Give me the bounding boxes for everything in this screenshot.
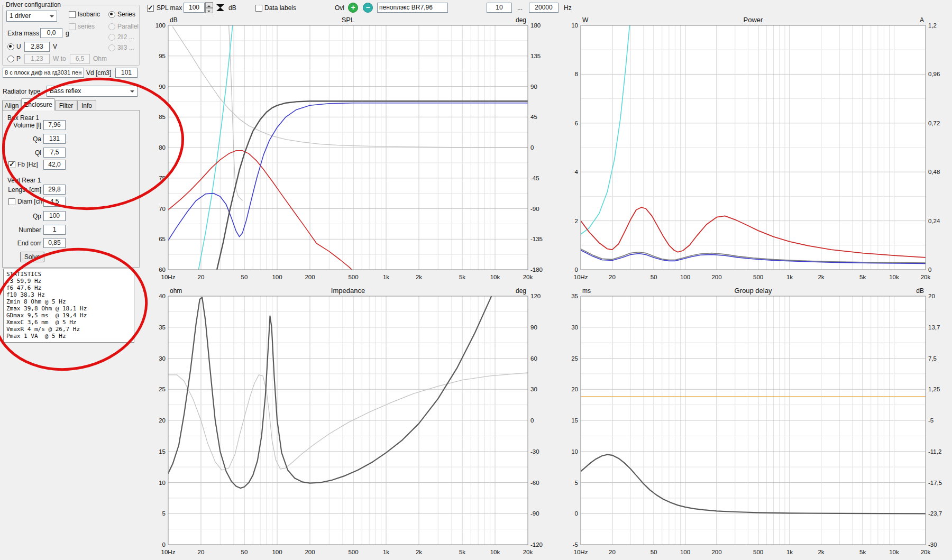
series-radio[interactable] — [108, 11, 115, 18]
ql-input[interactable]: 7,5 — [43, 148, 66, 158]
freq-to-input[interactable]: 20000 — [529, 3, 559, 13]
statistics-box: STATISTICS f3 59,9 Hz f6 47,6 Hz f10 38,… — [3, 269, 134, 343]
number-input[interactable]: 1 — [43, 225, 66, 235]
svg-text:dB: dB — [916, 287, 924, 295]
volume-input[interactable]: 7,96 — [43, 120, 66, 130]
svg-text:120: 120 — [530, 293, 541, 299]
diam-checkbox[interactable] — [8, 198, 15, 205]
length-input[interactable]: 29,8 — [43, 185, 66, 195]
qp-input[interactable]: 100 — [43, 211, 66, 221]
svg-text:-23,7: -23,7 — [928, 510, 942, 517]
svg-text:20k: 20k — [523, 549, 533, 555]
app-window: { "toolbar": { "spl_max": {"label": "SPL… — [0, 0, 952, 560]
endcorr-label: End corr — [4, 240, 41, 247]
freq-from-input[interactable]: 10 — [487, 3, 512, 13]
three-parallel-label: 3‖3 ... — [117, 44, 134, 52]
extra-mass-input[interactable]: 0,0 — [40, 28, 62, 38]
spl-max-input[interactable]: 100 — [184, 3, 205, 13]
svg-text:1,2: 1,2 — [928, 22, 937, 29]
svg-text:40: 40 — [159, 293, 166, 299]
qa-label: Qa — [4, 135, 41, 143]
svg-text:1k: 1k — [786, 274, 793, 280]
svg-text:8: 8 — [575, 71, 578, 77]
svg-text:90: 90 — [530, 84, 537, 90]
driver-count-value: 1 driver — [10, 12, 31, 20]
svg-text:90: 90 — [159, 84, 166, 90]
power-ohm-unit: Ohm — [93, 55, 107, 63]
svg-text:20k: 20k — [921, 549, 931, 555]
svg-text:20: 20 — [928, 293, 935, 299]
voltage-radio[interactable] — [7, 43, 14, 50]
svg-text:10k: 10k — [889, 274, 899, 280]
svg-text:SPL: SPL — [342, 16, 355, 24]
spinner-up-icon[interactable] — [205, 2, 213, 8]
svg-text:10k: 10k — [490, 274, 500, 280]
spl-max-spinner[interactable] — [205, 2, 213, 13]
tab-align[interactable]: Align — [2, 100, 21, 111]
svg-text:20k: 20k — [523, 274, 533, 280]
svg-text:20: 20 — [198, 274, 205, 280]
svg-text:45: 45 — [530, 114, 537, 120]
svg-text:-17,5: -17,5 — [928, 480, 942, 486]
svg-text:4: 4 — [575, 169, 579, 175]
svg-text:7,5: 7,5 — [928, 355, 937, 362]
radiator-type-value: Bass reflex — [50, 87, 81, 95]
svg-text:0,24: 0,24 — [928, 218, 940, 224]
svg-text:20: 20 — [609, 274, 616, 280]
spl-max-checkbox[interactable] — [147, 5, 154, 12]
solve-button[interactable]: Solve — [20, 252, 44, 262]
svg-text:75: 75 — [159, 175, 166, 181]
driver-count-dropdown[interactable]: 1 driver — [6, 11, 57, 22]
spl-max-unit: dB — [228, 4, 236, 12]
voltage-unit: V — [53, 43, 57, 51]
svg-text:95: 95 — [159, 53, 166, 59]
svg-text:30: 30 — [571, 324, 578, 331]
tab-info[interactable]: Info — [77, 100, 96, 111]
svg-text:5: 5 — [575, 480, 578, 486]
svg-text:0: 0 — [928, 267, 931, 273]
ovl-remove-button[interactable]: − — [363, 3, 373, 13]
fb-checkbox[interactable] — [8, 161, 15, 168]
svg-text:500: 500 — [753, 549, 763, 555]
driver-configuration-title: Driver configuration — [4, 1, 62, 9]
radiator-type-dropdown[interactable]: Bass reflex — [47, 86, 138, 97]
isobaric-checkbox[interactable] — [69, 11, 76, 18]
svg-text:-90: -90 — [530, 206, 539, 212]
tab-filter[interactable]: Filter — [55, 100, 77, 111]
svg-text:100: 100 — [272, 549, 282, 555]
svg-text:100: 100 — [272, 274, 282, 280]
svg-text:10: 10 — [159, 480, 166, 486]
svg-text:65: 65 — [159, 236, 166, 242]
svg-text:1k: 1k — [383, 549, 389, 555]
svg-text:30: 30 — [159, 355, 166, 362]
parallel-radio-label: Parallel — [117, 23, 139, 31]
svg-text:80: 80 — [159, 144, 166, 151]
freq-unit-label: Hz — [564, 4, 572, 12]
svg-text:15: 15 — [571, 417, 578, 424]
svg-text:10Hz: 10Hz — [574, 549, 588, 555]
endcorr-input[interactable]: 0,85 — [43, 238, 66, 248]
vd-input[interactable]: 101 — [115, 68, 138, 78]
data-labels-checkbox[interactable] — [255, 5, 262, 12]
extra-mass-unit: g — [66, 30, 69, 38]
parallel-radio — [108, 23, 115, 30]
diam-input[interactable]: 4,5 — [43, 197, 66, 207]
vd-label: Vd [cm3] — [86, 69, 111, 77]
power-radio[interactable] — [7, 56, 14, 62]
fb-input[interactable]: 42,0 — [43, 160, 66, 170]
isobaric-label: Isobaric — [78, 11, 100, 19]
driver-name-input[interactable]: 8 с плоск диф на гд3031 пен — [3, 68, 84, 78]
svg-text:50: 50 — [651, 549, 657, 555]
svg-text:5k: 5k — [459, 274, 465, 280]
ovl-name-input[interactable]: пеноплэкс BR7,96 — [377, 3, 448, 13]
svg-text:10Hz: 10Hz — [574, 274, 588, 280]
qa-input[interactable]: 131 — [43, 134, 66, 144]
tab-enclosure[interactable]: Enclosure — [21, 98, 55, 111]
axis-scale-icon[interactable] — [216, 3, 225, 12]
volume-label: Volume [l] — [4, 122, 41, 130]
ovl-add-button[interactable]: + — [348, 3, 358, 13]
svg-text:60: 60 — [530, 355, 537, 362]
ovl-label: Ovl — [335, 4, 344, 12]
voltage-input[interactable]: 2,83 — [24, 42, 50, 52]
spinner-down-icon[interactable] — [205, 8, 213, 14]
